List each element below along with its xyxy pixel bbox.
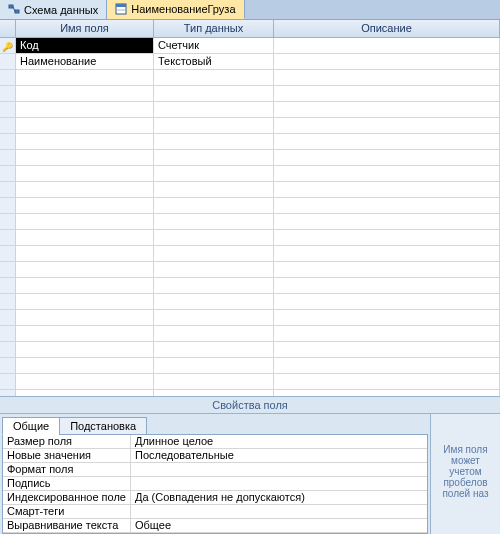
empty-row[interactable]: [0, 342, 500, 358]
field-desc-cell[interactable]: [274, 166, 500, 181]
row-selector[interactable]: [0, 342, 16, 357]
field-desc-cell[interactable]: [274, 150, 500, 165]
field-type-cell[interactable]: [154, 310, 274, 325]
row-selector[interactable]: [0, 182, 16, 197]
row-selector[interactable]: [0, 150, 16, 165]
field-desc-cell[interactable]: [274, 294, 500, 309]
field-type-cell[interactable]: [154, 118, 274, 133]
field-type-cell[interactable]: [154, 374, 274, 389]
field-name-cell[interactable]: [16, 326, 154, 341]
field-name-cell[interactable]: [16, 246, 154, 261]
property-value[interactable]: [131, 463, 427, 476]
field-type-cell[interactable]: [154, 134, 274, 149]
field-desc-cell[interactable]: [274, 214, 500, 229]
empty-row[interactable]: [0, 390, 500, 396]
field-name-cell[interactable]: [16, 182, 154, 197]
field-type-cell[interactable]: [154, 342, 274, 357]
row-selector[interactable]: [0, 374, 16, 389]
field-name-cell[interactable]: [16, 374, 154, 389]
field-desc-cell[interactable]: [274, 198, 500, 213]
field-desc-cell[interactable]: [274, 118, 500, 133]
field-name-cell[interactable]: [16, 198, 154, 213]
empty-row[interactable]: [0, 182, 500, 198]
field-name-cell[interactable]: [16, 342, 154, 357]
field-type-cell[interactable]: [154, 102, 274, 117]
row-selector[interactable]: [0, 294, 16, 309]
empty-row[interactable]: [0, 310, 500, 326]
field-type-cell[interactable]: [154, 150, 274, 165]
field-type-cell[interactable]: [154, 230, 274, 245]
field-desc-cell[interactable]: [274, 54, 500, 69]
row-selector[interactable]: [0, 86, 16, 101]
field-type-cell[interactable]: [154, 198, 274, 213]
row-selector[interactable]: [0, 246, 16, 261]
property-tab[interactable]: Общие: [2, 417, 60, 435]
row-selector[interactable]: [0, 54, 16, 69]
row-selector[interactable]: [0, 198, 16, 213]
row-selector[interactable]: [0, 278, 16, 293]
empty-row[interactable]: [0, 214, 500, 230]
field-name-cell[interactable]: [16, 230, 154, 245]
field-type-cell[interactable]: [154, 262, 274, 277]
property-value[interactable]: Общее: [131, 519, 427, 532]
row-selector[interactable]: [0, 326, 16, 341]
row-selector[interactable]: [0, 310, 16, 325]
empty-row[interactable]: [0, 262, 500, 278]
field-type-cell[interactable]: Счетчик: [154, 38, 274, 53]
field-name-cell[interactable]: [16, 150, 154, 165]
field-type-cell[interactable]: [154, 326, 274, 341]
empty-row[interactable]: [0, 198, 500, 214]
field-name-cell[interactable]: [16, 390, 154, 396]
document-tab[interactable]: НаименованиеГруза: [107, 0, 244, 19]
field-desc-cell[interactable]: [274, 326, 500, 341]
field-name-cell[interactable]: Код: [16, 38, 154, 53]
field-name-cell[interactable]: [16, 358, 154, 373]
field-desc-cell[interactable]: [274, 342, 500, 357]
field-name-cell[interactable]: [16, 134, 154, 149]
field-name-cell[interactable]: [16, 294, 154, 309]
row-selector[interactable]: [0, 102, 16, 117]
field-type-cell[interactable]: [154, 182, 274, 197]
field-name-cell[interactable]: [16, 70, 154, 85]
empty-row[interactable]: [0, 278, 500, 294]
field-desc-cell[interactable]: [274, 246, 500, 261]
property-value[interactable]: [131, 477, 427, 490]
row-selector[interactable]: [0, 166, 16, 181]
field-name-cell[interactable]: [16, 310, 154, 325]
empty-row[interactable]: [0, 134, 500, 150]
property-tab[interactable]: Подстановка: [59, 417, 147, 435]
field-desc-cell[interactable]: [274, 390, 500, 396]
field-type-cell[interactable]: [154, 278, 274, 293]
field-type-cell[interactable]: [154, 86, 274, 101]
row-selector[interactable]: [0, 118, 16, 133]
row-selector[interactable]: [0, 262, 16, 277]
empty-row[interactable]: [0, 374, 500, 390]
field-name-cell[interactable]: [16, 118, 154, 133]
empty-row[interactable]: [0, 166, 500, 182]
row-selector[interactable]: [0, 214, 16, 229]
empty-row[interactable]: [0, 230, 500, 246]
property-value[interactable]: [131, 505, 427, 518]
empty-row[interactable]: [0, 102, 500, 118]
row-selector[interactable]: [0, 70, 16, 85]
field-type-cell[interactable]: [154, 166, 274, 181]
field-name-cell[interactable]: [16, 262, 154, 277]
field-desc-cell[interactable]: [274, 262, 500, 277]
field-desc-cell[interactable]: [274, 278, 500, 293]
property-value[interactable]: Да (Совпадения не допускаются): [131, 491, 427, 504]
header-data-type[interactable]: Тип данных: [154, 20, 274, 37]
field-desc-cell[interactable]: [274, 86, 500, 101]
empty-row[interactable]: [0, 246, 500, 262]
field-type-cell[interactable]: [154, 246, 274, 261]
field-type-cell[interactable]: [154, 214, 274, 229]
field-desc-cell[interactable]: [274, 102, 500, 117]
header-field-name[interactable]: Имя поля: [16, 20, 154, 37]
property-value[interactable]: Последовательные: [131, 449, 427, 462]
empty-row[interactable]: [0, 358, 500, 374]
field-name-cell[interactable]: [16, 86, 154, 101]
field-type-cell[interactable]: [154, 390, 274, 396]
field-desc-cell[interactable]: [274, 134, 500, 149]
field-name-cell[interactable]: [16, 102, 154, 117]
row-selector[interactable]: [0, 134, 16, 149]
field-type-cell[interactable]: [154, 294, 274, 309]
